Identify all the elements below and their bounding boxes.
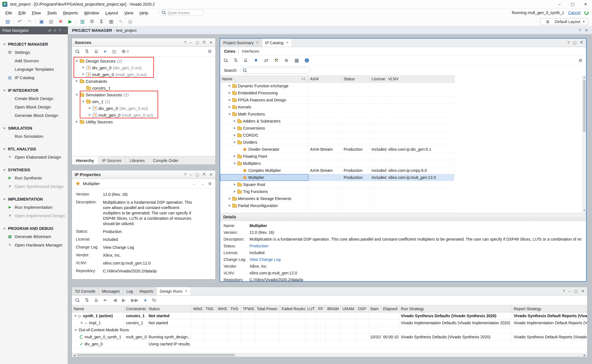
chevron-icon[interactable]: > bbox=[88, 106, 91, 110]
horizontal-scrollbar[interactable]: ◀ ▶ bbox=[72, 353, 587, 357]
grid-icon[interactable]: ▦ bbox=[294, 58, 299, 63]
gear-icon[interactable]: ⚙ bbox=[578, 58, 582, 63]
column-header-status[interactable]: Status bbox=[147, 305, 191, 312]
catalog-row[interactable]: >Conversions bbox=[220, 125, 454, 132]
redo-icon[interactable]: ↷ bbox=[25, 19, 34, 24]
cancel-link[interactable]: Cancel bbox=[568, 10, 580, 15]
chevron-icon[interactable]: > bbox=[233, 133, 236, 137]
catalog-row[interactable]: MultiplierProductionIncludedxilinx.com:i… bbox=[220, 174, 454, 181]
subtab-cores[interactable]: Cores bbox=[224, 49, 235, 54]
flow-item-run-simulation[interactable]: Run Simulation bbox=[0, 132, 68, 140]
close-button[interactable]: ✕ bbox=[579, 0, 592, 8]
catalog-row[interactable]: >FPGA Features and Design bbox=[220, 97, 454, 104]
minimize-icon[interactable]: – bbox=[63, 28, 65, 32]
run-icon[interactable]: ▶ bbox=[65, 19, 75, 24]
run-row[interactable]: >▷impl_1constrs_1Not startedVivado Imple… bbox=[72, 319, 587, 327]
chevron-icon[interactable]: > bbox=[88, 113, 91, 117]
minimize-button[interactable]: – bbox=[553, 0, 566, 8]
column-header-dsp[interactable]: DSP bbox=[356, 305, 368, 312]
chevron-icon[interactable]: > bbox=[233, 141, 237, 144]
maximize-icon[interactable]: ▢ bbox=[196, 172, 199, 177]
tree-row[interactable]: >Constraints bbox=[72, 78, 215, 85]
tree-row[interactable]: >Simulation Sources(2) bbox=[72, 91, 215, 98]
help-icon[interactable]: ? bbox=[59, 28, 61, 32]
flow-item-add-sources[interactable]: Add Sources bbox=[0, 56, 68, 65]
column-header-axi4[interactable]: AXI4 bbox=[308, 75, 342, 82]
menu-flow[interactable]: Flow bbox=[29, 10, 44, 15]
transfer-icon[interactable]: ⇄ bbox=[264, 58, 268, 63]
menu-window[interactable]: Window bbox=[81, 10, 102, 15]
float-icon[interactable]: ⇱ bbox=[203, 172, 206, 177]
column-header-name[interactable]: Name∧1 bbox=[220, 75, 308, 82]
chevron-icon[interactable]: > bbox=[81, 66, 85, 70]
chevron-icon[interactable]: > bbox=[233, 126, 236, 130]
minimize-icon[interactable]: – bbox=[190, 40, 192, 45]
tab-compile-order[interactable]: Compile Order bbox=[149, 156, 183, 165]
catalog-row[interactable]: >Math Functions bbox=[220, 111, 454, 118]
info-icon[interactable]: i bbox=[305, 58, 309, 63]
subtab-interfaces[interactable]: Interfaces bbox=[242, 49, 259, 54]
close-icon[interactable]: ✕ bbox=[256, 41, 259, 45]
flow-section-implementation[interactable]: >IMPLEMENTATION bbox=[0, 196, 68, 203]
flow-item-generate-block-design[interactable]: Generate Block Design bbox=[0, 111, 68, 119]
tab-hierarchy[interactable]: Hierarchy bbox=[72, 156, 98, 165]
tab-ip-catalog[interactable]: IP Catalog✕ bbox=[262, 39, 292, 47]
minimize-icon[interactable]: – bbox=[190, 172, 192, 177]
flow-item-language-templates[interactable]: Language Templates bbox=[0, 65, 68, 73]
flow-section-simulation[interactable]: >SIMULATION bbox=[0, 125, 68, 132]
chevron-icon[interactable]: > bbox=[227, 105, 231, 109]
chevron-icon[interactable]: > bbox=[233, 183, 236, 187]
tab-messages[interactable]: Messages bbox=[99, 287, 123, 295]
file-icon[interactable]: ▤ bbox=[112, 49, 116, 54]
expand-all-icon[interactable]: ⇊ bbox=[94, 49, 98, 54]
stop-icon[interactable]: ✕ bbox=[56, 19, 65, 24]
scroll-left-icon[interactable]: ◀ bbox=[72, 353, 76, 357]
column-header-elapsed[interactable]: Elapsed bbox=[381, 305, 399, 312]
column-header-tns[interactable]: TNS bbox=[204, 305, 216, 312]
catalog-row[interactable]: >Partial Reconfiguration bbox=[220, 202, 454, 209]
collapse-all-icon[interactable]: ⇅ bbox=[234, 58, 238, 63]
layout-grid-icon[interactable]: ▦ bbox=[106, 19, 116, 24]
flow-item-open-block-design[interactable]: Open Block Design bbox=[0, 103, 68, 111]
column-header-run-strategy[interactable]: Run Strategy bbox=[399, 305, 512, 312]
tab-libraries[interactable]: Libraries bbox=[126, 156, 149, 165]
scroll-up-icon[interactable]: ▲ bbox=[582, 75, 586, 79]
first-icon[interactable]: ⇤ bbox=[104, 298, 108, 303]
menu-help[interactable]: Help bbox=[136, 10, 151, 15]
chevron-icon[interactable]: > bbox=[227, 91, 231, 95]
search-icon[interactable] bbox=[76, 298, 79, 302]
chevron-icon[interactable]: > bbox=[75, 59, 79, 63]
tree-row[interactable]: >sim_1(2) bbox=[72, 98, 215, 105]
column-header-tpws[interactable]: TPWS bbox=[241, 305, 255, 312]
help-icon[interactable]: ? bbox=[563, 289, 565, 293]
column-header-whs[interactable]: WHS bbox=[216, 305, 229, 312]
gear-icon[interactable]: ⚙ bbox=[208, 49, 212, 54]
chevron-icon[interactable]: > bbox=[75, 79, 78, 83]
column-header-wns[interactable]: WNS bbox=[191, 305, 204, 312]
chevron-icon[interactable]: > bbox=[233, 119, 236, 123]
column-header-constraints[interactable]: Constraints bbox=[124, 305, 147, 312]
catalog-row[interactable]: Complex MultiplierAXI4-StreamProductionI… bbox=[220, 167, 454, 174]
settings-icon[interactable]: ⚙ bbox=[87, 19, 97, 24]
catalog-row[interactable]: >Multipliers bbox=[220, 160, 454, 167]
toggle-icon[interactable]: ⇄ bbox=[48, 28, 51, 32]
chevron-icon[interactable]: > bbox=[233, 190, 236, 194]
back-icon[interactable]: ◀ bbox=[113, 298, 117, 303]
column-header-ff[interactable]: FF bbox=[317, 305, 326, 312]
flow-item-settings[interactable]: ⚙Settings bbox=[0, 48, 68, 56]
tree-row[interactable]: >Design Sources(2) bbox=[72, 57, 215, 64]
expand-all-icon[interactable]: ⇊ bbox=[244, 58, 248, 63]
column-header-license[interactable]: License bbox=[370, 75, 386, 82]
layout-selector[interactable]: ▦ Default Layout ▼ bbox=[540, 18, 588, 25]
help-icon[interactable]: ? bbox=[567, 41, 569, 45]
scroll-down-icon[interactable]: ▼ bbox=[582, 208, 586, 212]
flow-item-open-elaborated-design[interactable]: >Open Elaborated Design bbox=[0, 153, 68, 161]
play-icon[interactable]: ▶ bbox=[122, 298, 126, 303]
flow-section-project-manager[interactable]: >PROJECT MANAGER bbox=[0, 41, 68, 48]
sum-icon[interactable]: Σ bbox=[97, 19, 106, 24]
customize-icon[interactable]: ⚒ bbox=[274, 58, 279, 63]
tab-tcl-console[interactable]: Tcl Console bbox=[72, 287, 99, 295]
property-link[interactable]: View Change Log bbox=[103, 245, 134, 250]
maximize-icon[interactable]: ▢ bbox=[196, 40, 199, 45]
close-icon[interactable]: ✕ bbox=[185, 289, 187, 293]
